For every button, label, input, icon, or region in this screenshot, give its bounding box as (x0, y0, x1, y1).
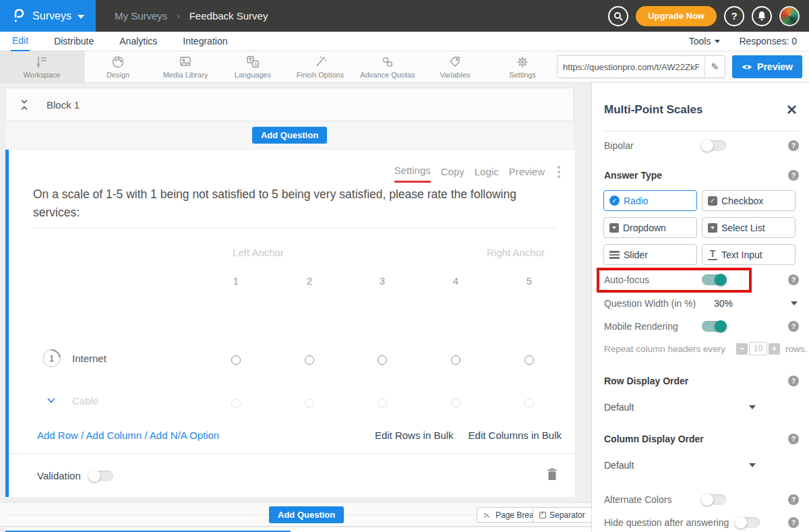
workspace-icon (34, 55, 49, 69)
help-button[interactable]: ? (724, 6, 744, 26)
toolbar-design[interactable]: Design (84, 51, 152, 82)
add-row-link[interactable]: Add Row (37, 430, 78, 441)
question-text[interactable]: On a scale of 1-5 with 1 being not satis… (33, 185, 552, 222)
toolbar-settings[interactable]: Settings (489, 51, 556, 82)
responses-count[interactable]: Responses: 0 (739, 36, 797, 47)
help-icon[interactable]: ? (788, 494, 799, 505)
product-switcher[interactable]: Surveys (0, 0, 96, 32)
auto-focus-toggle[interactable] (702, 274, 726, 285)
block-title[interactable]: Block 1 (47, 99, 80, 111)
help-icon[interactable]: ? (788, 170, 799, 181)
row-display-order-select[interactable]: Default (604, 400, 799, 415)
chevron-down-icon (749, 463, 756, 467)
radio-cell[interactable] (451, 355, 460, 365)
question-width-value[interactable]: 30% (714, 298, 733, 309)
radio-cell[interactable] (525, 355, 534, 365)
tab-integration[interactable]: Integration (181, 32, 229, 51)
close-panel-button[interactable] (787, 105, 797, 117)
collapse-block-button[interactable] (20, 99, 29, 111)
answer-type-select-list[interactable]: Select List (702, 217, 796, 238)
question-tab-copy[interactable]: Copy (441, 166, 465, 182)
question-tab-settings[interactable]: Settings (394, 165, 431, 183)
radio-cell[interactable] (305, 398, 314, 408)
help-icon[interactable]: ? (788, 321, 799, 332)
radio-cell[interactable] (378, 398, 387, 408)
hide-question-toggle[interactable] (736, 517, 760, 528)
delete-question-button[interactable] (547, 468, 558, 483)
answer-type-checkbox[interactable]: ✓Checkbox (702, 190, 796, 211)
tab-analytics[interactable]: Analytics (118, 32, 158, 51)
question-tab-logic[interactable]: Logic (475, 166, 499, 182)
column-header-2[interactable]: 2 (299, 275, 320, 287)
edit-url-button[interactable]: ✎ (705, 56, 725, 78)
increment-button[interactable]: + (769, 343, 780, 355)
edit-rows-in-bulk-link[interactable]: Edit Rows in Bulk (375, 430, 454, 441)
question-tab-preview[interactable]: Preview (509, 166, 545, 182)
alternate-colors-toggle[interactable] (702, 494, 726, 505)
right-anchor-input[interactable] (472, 247, 560, 258)
hide-question-label: Hide question after answering (604, 517, 729, 528)
more-options-icon[interactable] (558, 166, 560, 178)
upgrade-now-button[interactable]: Upgrade Now (636, 6, 717, 26)
help-icon[interactable]: ? (788, 274, 799, 285)
add-na-option-link[interactable]: Add N/A Option (150, 430, 219, 441)
add-question-button-top[interactable]: Add Question (252, 127, 327, 144)
toolbar-variables[interactable]: Variables (421, 51, 489, 82)
survey-url-area: ✎ Preview (557, 51, 809, 82)
help-icon[interactable]: ? (788, 434, 799, 444)
answer-type-dropdown[interactable]: Dropdown (603, 217, 697, 238)
column-header-4[interactable]: 4 (446, 275, 466, 287)
row-reorder-chevron-icon[interactable] (46, 394, 57, 407)
toolbar-label: Variables (440, 71, 470, 79)
toolbar-languages[interactable]: A Languages (219, 51, 287, 82)
row-column-links: Add Row / Add Column / Add N/A Option (37, 430, 219, 441)
tab-distribute[interactable]: Distribute (53, 32, 95, 51)
pencil-icon: ✎ (711, 61, 719, 72)
help-icon[interactable]: ? (788, 517, 799, 528)
column-header-5[interactable]: 5 (519, 275, 539, 287)
column-header-3[interactable]: 3 (372, 275, 392, 287)
radio-cell[interactable] (305, 355, 314, 365)
validation-toggle[interactable] (89, 471, 113, 481)
radio-cell[interactable] (378, 355, 387, 365)
preview-label: Preview (757, 61, 793, 72)
edit-columns-in-bulk-link[interactable]: Edit Columns in Bulk (469, 430, 562, 441)
toolbar-media-library[interactable]: Media Library (152, 51, 219, 82)
toolbar-finish-options[interactable]: Finish Options (287, 51, 354, 82)
separator-button[interactable]: Separator (533, 507, 592, 523)
bipolar-toggle[interactable] (702, 140, 726, 151)
answer-type-radio[interactable]: ✓Radio (603, 190, 697, 211)
survey-url-input[interactable] (558, 56, 705, 78)
decrement-button[interactable]: − (736, 343, 748, 355)
breadcrumb-my-surveys[interactable]: My Surveys (115, 10, 167, 22)
left-anchor-input[interactable] (214, 247, 302, 258)
row-display-order-row: Row Display Order ? (604, 374, 799, 388)
repeat-headers-input[interactable] (749, 342, 767, 355)
notifications-button[interactable] (752, 6, 772, 26)
column-display-order-select[interactable]: Default (604, 458, 799, 473)
help-icon[interactable]: ? (788, 140, 799, 151)
chevron-down-icon[interactable] (791, 301, 798, 305)
answer-type-text-input[interactable]: TText Input (702, 244, 796, 265)
radio-cell[interactable] (231, 355, 241, 365)
column-header-1[interactable]: 1 (226, 275, 246, 287)
add-question-button-bottom[interactable]: Add Question (269, 506, 344, 523)
nav-right: Tools Responses: 0 (689, 36, 809, 47)
tools-menu[interactable]: Tools (689, 36, 721, 47)
avatar[interactable] (779, 6, 800, 26)
validation-label: Validation (37, 470, 81, 481)
radio-cell[interactable] (451, 398, 460, 408)
add-column-link[interactable]: Add Column (86, 430, 142, 441)
row-label-cable[interactable]: Cable (72, 395, 98, 407)
search-button[interactable] (608, 6, 628, 26)
help-icon[interactable]: ? (788, 376, 799, 386)
row-label-internet[interactable]: Internet (72, 353, 107, 364)
mobile-rendering-toggle[interactable] (702, 321, 726, 332)
toolbar-advance-quotas[interactable]: Advance Quotas (354, 51, 421, 82)
radio-cell[interactable] (231, 398, 241, 408)
preview-button[interactable]: Preview (732, 55, 802, 78)
answer-type-slider[interactable]: Slider (603, 244, 697, 265)
tab-edit[interactable]: Edit (11, 32, 30, 51)
radio-cell[interactable] (525, 398, 534, 408)
toolbar-workspace[interactable]: Workspace (0, 51, 84, 82)
